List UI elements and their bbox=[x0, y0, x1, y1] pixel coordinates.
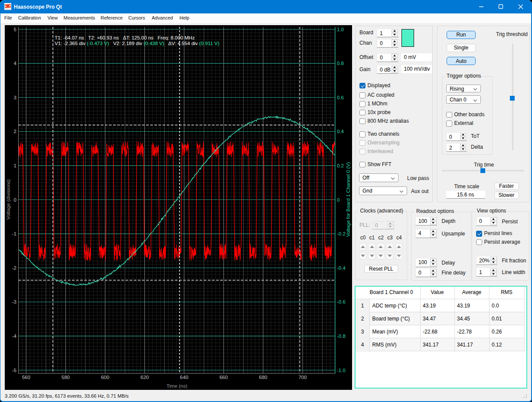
svg-text:620: 620 bbox=[140, 375, 149, 380]
svg-text:560: 560 bbox=[22, 375, 30, 380]
svg-text:0.6: 0.6 bbox=[337, 95, 344, 100]
svg-text:0: 0 bbox=[14, 197, 16, 203]
svg-text:-1: -1 bbox=[12, 231, 16, 236]
svg-text:-4: -4 bbox=[12, 333, 17, 339]
svg-text:3: 3 bbox=[14, 95, 16, 100]
svg-text:-2: -2 bbox=[12, 265, 16, 271]
svg-text:0.4: 0.4 bbox=[337, 129, 344, 134]
svg-text:0: 0 bbox=[337, 197, 339, 203]
svg-text:600: 600 bbox=[101, 375, 109, 380]
svg-text:Voltage for Board 1 Channel 0: Voltage for Board 1 Channel 0 (V) bbox=[346, 162, 351, 237]
svg-text:580: 580 bbox=[62, 375, 70, 380]
svg-text:700: 700 bbox=[298, 375, 307, 380]
svg-text:4: 4 bbox=[14, 61, 17, 66]
svg-text:-0.8: -0.8 bbox=[337, 333, 346, 339]
svg-text:5: 5 bbox=[14, 27, 16, 32]
svg-text:-0.6: -0.6 bbox=[337, 299, 346, 304]
svg-text:-5: -5 bbox=[12, 368, 16, 373]
svg-text:Time (ns): Time (ns) bbox=[166, 383, 187, 389]
svg-text:Voltage (divisions): Voltage (divisions) bbox=[6, 179, 11, 219]
svg-text:-3: -3 bbox=[12, 299, 16, 304]
svg-text:-0.4: -0.4 bbox=[337, 265, 346, 271]
svg-text:0.8: 0.8 bbox=[337, 61, 344, 66]
svg-text:0.2: 0.2 bbox=[337, 163, 344, 168]
svg-text:660: 660 bbox=[219, 375, 228, 380]
svg-text:-0.2: -0.2 bbox=[337, 231, 346, 236]
svg-text:V1: -2.365 div (-0.473 V) V2: V1: -2.365 div (-0.473 V) V2: 2.189 div … bbox=[55, 41, 219, 46]
svg-text:2: 2 bbox=[14, 129, 16, 134]
svg-text:680: 680 bbox=[259, 375, 267, 380]
svg-text:1.0: 1.0 bbox=[337, 27, 344, 32]
svg-text:1: 1 bbox=[14, 163, 16, 168]
svg-text:T1: -64.07 ns T2: +60.93 ns: T1: -64.07 ns T2: +60.93 ns ΔT: 125.00 n… bbox=[55, 35, 195, 40]
svg-text:640: 640 bbox=[180, 375, 188, 380]
svg-text:-1.0: -1.0 bbox=[337, 368, 346, 373]
